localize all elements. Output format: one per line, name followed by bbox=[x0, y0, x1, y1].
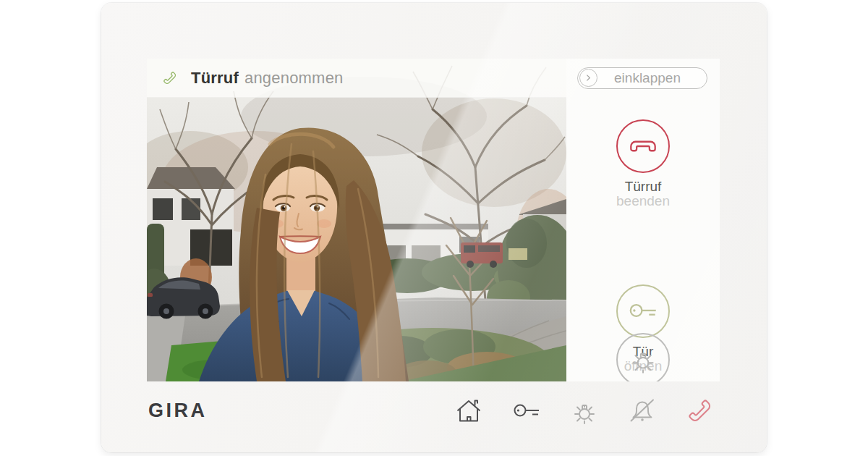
door-camera-scene bbox=[147, 59, 566, 381]
call-status-bar: Türruf angenommen bbox=[147, 59, 566, 98]
bottom-navigation bbox=[452, 394, 717, 428]
chevron-right-icon bbox=[582, 72, 595, 84]
nav-light-button[interactable] bbox=[568, 394, 601, 428]
door-key-icon bbox=[626, 294, 660, 329]
nav-door-call-button[interactable] bbox=[684, 394, 717, 428]
home-icon bbox=[452, 394, 485, 428]
light-bulb-icon bbox=[568, 394, 601, 428]
collapse-sidebar-button[interactable]: einklappen bbox=[577, 67, 707, 89]
action-light bbox=[566, 333, 720, 381]
door-camera-video-feed: Türruf angenommen bbox=[147, 59, 566, 381]
call-status-title: Türruf bbox=[191, 69, 239, 88]
gira-logo: GIRA bbox=[148, 400, 208, 422]
nav-home-button[interactable] bbox=[452, 394, 485, 428]
chevron-circle bbox=[579, 69, 597, 87]
light-button[interactable] bbox=[616, 333, 670, 381]
key-icon bbox=[510, 394, 543, 428]
action-sidebar: einklappen Türruf beenden Tür öffnen bbox=[566, 59, 720, 381]
open-door-button[interactable] bbox=[616, 284, 670, 338]
phone-icon bbox=[684, 394, 717, 428]
end-door-call-button[interactable] bbox=[616, 119, 670, 173]
action-end-door-call: Türruf beenden bbox=[566, 119, 720, 208]
light-bulb-icon bbox=[626, 342, 660, 377]
hang-up-phone-icon bbox=[626, 129, 660, 164]
call-status-subtitle: angenommen bbox=[244, 69, 344, 88]
collapse-button-label: einklappen bbox=[578, 70, 707, 86]
action-label-line2: beenden bbox=[616, 194, 670, 208]
screen: Türruf angenommen einklappen Türruf been… bbox=[147, 59, 720, 381]
call-active-icon bbox=[161, 69, 179, 88]
nav-mute-button[interactable] bbox=[626, 394, 659, 428]
nav-door-opener-button[interactable] bbox=[510, 394, 543, 428]
intercom-device-frame: Türruf angenommen einklappen Türruf been… bbox=[101, 3, 767, 452]
action-label-line1: Türruf bbox=[625, 180, 662, 194]
bell-muted-icon bbox=[626, 394, 659, 428]
